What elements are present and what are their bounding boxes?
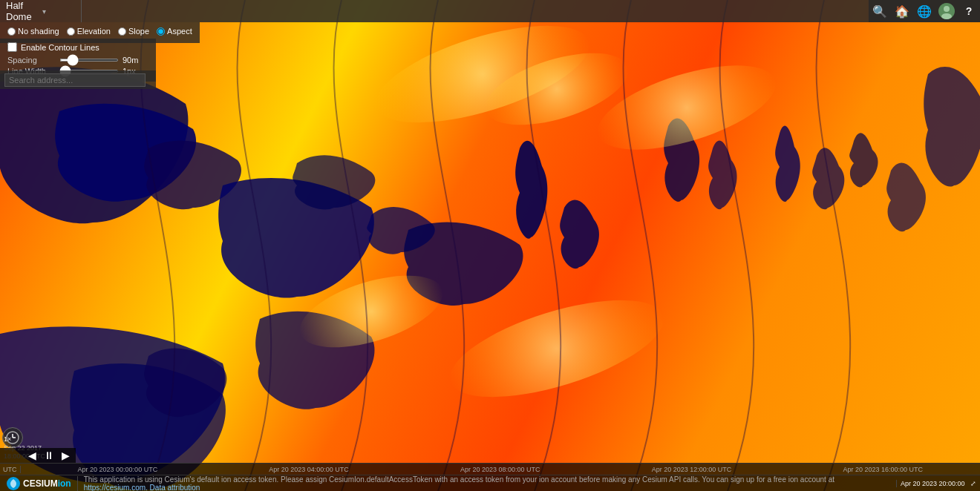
avatar-icon-button[interactable] (935, 0, 958, 22)
contour-label: Enable Contour Lines (21, 43, 99, 52)
address-input[interactable] (4, 73, 146, 87)
top-right-time-display: Apr 20 2023 20:00:00 ⤢ (896, 480, 980, 487)
current-time-label: Apr 20 2023 20:00:00 (901, 480, 965, 487)
timeline-labels: Apr 20 2023 00:00:00 UTC Apr 20 2023 04:… (21, 466, 981, 473)
shading-options: No shading Elevation Slope Aspect (7, 27, 192, 36)
search-icon-button[interactable]: 🔍 (869, 0, 891, 22)
expand-icon[interactable]: ⤢ (970, 480, 976, 487)
aspect-radio[interactable] (157, 27, 165, 36)
timeline-label-3: Apr 20 2023 12:00:00 UTC (596, 466, 788, 473)
spacing-slider[interactable] (59, 59, 119, 62)
slope-option[interactable]: Slope (118, 27, 149, 36)
location-label: Half Dome (6, 0, 39, 22)
no-shading-radio[interactable] (7, 27, 16, 36)
aspect-option[interactable]: Aspect (157, 27, 192, 36)
address-box (0, 70, 156, 89)
globe-icon-button[interactable]: 🌐 (913, 0, 935, 22)
timeline-label-1: Apr 20 2023 04:00:00 UTC (213, 466, 405, 473)
attribution-content: This application is using Cesium's defau… (84, 475, 834, 484)
playback-controls: ◀ ⏸ ▶ (0, 448, 76, 463)
bottom-attribution-bar: CESIUM ion This application is using Ces… (0, 475, 980, 491)
spacing-value: 90m (122, 56, 145, 65)
elevation-option[interactable]: Elevation (67, 27, 111, 36)
timeline-label-2: Apr 20 2023 08:00:00 UTC (405, 466, 596, 473)
slope-radio[interactable] (118, 27, 126, 36)
attribution-text: This application is using Cesium's defau… (78, 475, 896, 492)
no-shading-label: No shading (18, 27, 59, 36)
data-attribution[interactable]: Data attribution (150, 484, 200, 492)
utc-label: UTC (0, 466, 21, 473)
svg-point-2 (941, 13, 952, 19)
timeline-bar[interactable]: UTC Apr 20 2023 00:00:00 UTC Apr 20 2023… (0, 463, 980, 475)
speed-label: 1× (4, 435, 45, 444)
home-icon-button[interactable]: 🏠 (891, 0, 913, 22)
pause-button[interactable]: ⏸ (42, 449, 56, 461)
contour-header: Enable Contour Lines (7, 42, 148, 52)
timeline-label-0: Apr 20 2023 00:00:00 UTC (22, 466, 214, 473)
chevron-down-icon: ▾ (42, 7, 76, 16)
cesium-logo: CESIUM ion (0, 476, 78, 491)
spacing-label: Spacing (7, 56, 56, 65)
svg-point-1 (944, 6, 950, 12)
no-shading-option[interactable]: No shading (7, 27, 59, 36)
rewind-button[interactable]: ◀ (26, 449, 39, 461)
forward-button[interactable]: ▶ (59, 449, 72, 461)
elevation-radio[interactable] (67, 27, 75, 36)
contour-checkbox[interactable] (7, 42, 17, 52)
top-toolbar: Half Dome ▾ (0, 0, 980, 22)
cesium-link[interactable]: https://cesium.com. (84, 484, 148, 492)
elevation-label: Elevation (77, 27, 111, 36)
cesium-logo-icon (6, 476, 21, 491)
help-icon-button[interactable]: ? (958, 0, 980, 22)
spacing-row: Spacing 90m (7, 56, 148, 65)
top-right-toolbar: 🔍 🏠 🌐 ? (869, 0, 980, 22)
aspect-label: Aspect (167, 27, 192, 36)
cesium-text: CESIUM (23, 478, 58, 489)
timeline-label-4: Apr 20 2023 16:00:00 UTC (787, 466, 979, 473)
slope-label: Slope (128, 27, 149, 36)
location-dropdown[interactable]: Half Dome ▾ (0, 0, 82, 22)
cesium-ion-text: ion (58, 478, 71, 489)
